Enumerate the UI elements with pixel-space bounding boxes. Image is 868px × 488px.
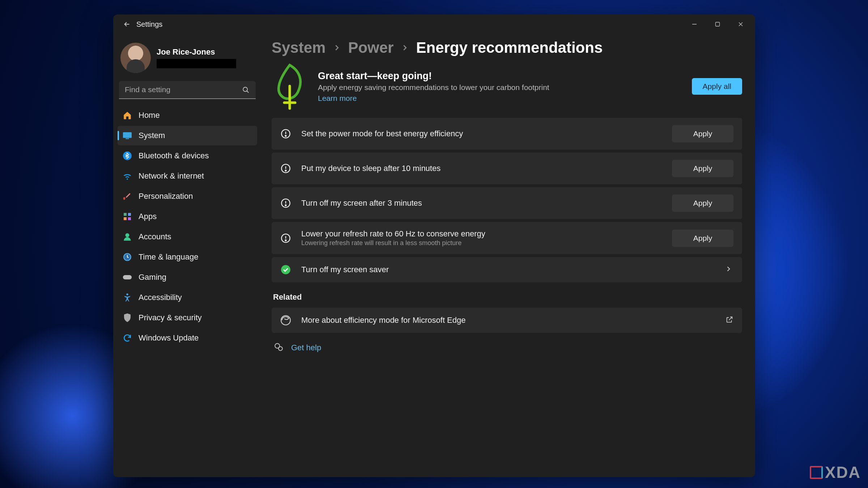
learn-more-link[interactable]: Learn more [318,94,357,102]
close-button[interactable] [729,16,752,33]
xda-watermark: XDA [810,463,861,481]
get-help-link[interactable]: Get help [291,343,321,352]
avatar [120,43,151,73]
minimize-button[interactable] [683,16,706,33]
breadcrumb-system[interactable]: System [272,39,326,56]
breadcrumb-power[interactable]: Power [348,39,393,56]
sidebar-item-label: Gaming [139,273,166,282]
recommendation-card: Turn off my screen after 3 minutesApply [272,187,742,219]
hero-subtitle: Apply energy saving recommendations to l… [318,83,682,92]
recommendation-card[interactable]: Turn off my screen saver [272,257,742,282]
system-icon [123,131,132,140]
help-icon [274,342,283,353]
sidebar-item-label: Apps [139,212,157,221]
sidebar-item-label: Bluetooth & devices [139,151,209,160]
wifi-icon [123,171,132,181]
external-link-icon [726,316,733,325]
sidebar-item-apps[interactable]: Apps [118,207,257,226]
hero: Great start—keep going! Apply energy sav… [272,63,742,110]
sidebar-item-wifi[interactable]: Network & internet [118,166,257,186]
account-icon [123,232,132,241]
sidebar: Joe Rice-Jones HomeSystemBluetooth & dev… [113,34,261,477]
maximize-button[interactable] [706,16,729,33]
sidebar-item-gaming[interactable]: Gaming [118,267,257,287]
content: System Power Energy recommendations Grea… [261,34,755,477]
svg-rect-1 [716,22,720,26]
alert-circle-icon [280,233,291,244]
breadcrumb-current: Energy recommendations [416,39,603,56]
recommendation-title: Put my device to sleep after 10 minutes [301,164,662,173]
window-controls [683,16,752,33]
sidebar-item-home[interactable]: Home [118,106,257,125]
related-list: More about efficiency mode for Microsoft… [272,308,742,333]
apply-button[interactable]: Apply [672,160,733,177]
sidebar-item-label: Privacy & security [139,313,202,322]
leaf-icon [272,63,308,110]
recommendation-card: Put my device to sleep after 10 minutesA… [272,153,742,184]
related-title: More about efficiency mode for Microsoft… [301,316,715,325]
profile-block[interactable]: Joe Rice-Jones [118,40,257,81]
svg-point-31 [281,265,290,274]
related-heading: Related [273,292,742,302]
get-help-row[interactable]: Get help [274,342,742,353]
search-input[interactable] [119,81,256,99]
recommendation-title: Turn off my screen saver [301,265,715,274]
home-icon [123,111,132,120]
recommendation-title: Turn off my screen after 3 minutes [301,198,662,208]
shield-icon [123,313,132,322]
apply-all-button[interactable]: Apply all [692,78,742,95]
related-card[interactable]: More about efficiency mode for Microsoft… [272,308,742,333]
update-icon [123,333,132,343]
sidebar-item-account[interactable]: Accounts [118,227,257,247]
svg-point-34 [278,347,282,351]
svg-point-27 [285,205,286,206]
svg-point-24 [285,170,286,171]
minimize-icon [692,21,697,27]
sidebar-item-label: Network & internet [139,171,204,181]
svg-rect-11 [124,217,127,220]
titlebar: Settings [113,14,755,34]
maximize-icon [715,22,720,27]
xda-logo-icon [810,466,823,479]
apply-button[interactable]: Apply [672,230,733,247]
accessibility-icon [123,293,132,302]
apply-button[interactable]: Apply [672,194,733,212]
sidebar-item-label: Personalization [139,192,193,201]
chevron-right-icon [333,44,341,52]
sidebar-item-shield[interactable]: Privacy & security [118,308,257,328]
brush-icon [123,192,132,201]
apply-button[interactable]: Apply [672,125,733,142]
check-circle-icon [280,264,291,275]
clock-icon [123,252,132,262]
svg-rect-10 [128,213,131,216]
sidebar-item-brush[interactable]: Personalization [118,187,257,206]
svg-line-5 [247,91,249,93]
arrow-left-icon [123,20,131,28]
recommendation-card: Set the power mode for best energy effic… [272,118,742,150]
svg-rect-6 [123,132,132,138]
chevron-right-icon [725,265,733,274]
sidebar-item-bluetooth[interactable]: Bluetooth & devices [118,146,257,166]
sidebar-item-update[interactable]: Windows Update [118,328,257,348]
recommendation-card: Lower your refresh rate to 60 Hz to cons… [272,222,742,254]
search-icon [242,86,250,95]
sidebar-item-label: System [139,131,165,140]
profile-name: Joe Rice-Jones [157,47,236,57]
back-button[interactable] [120,17,134,31]
alert-circle-icon [280,163,291,174]
recommendation-list: Set the power mode for best energy effic… [272,118,742,282]
recommendation-title: Lower your refresh rate to 60 Hz to cons… [301,229,662,239]
sidebar-item-clock[interactable]: Time & language [118,247,257,267]
sidebar-item-label: Windows Update [139,333,199,343]
sidebar-item-system[interactable]: System [118,126,257,145]
recommendation-subtitle: Lowering refresh rate will result in a l… [301,239,662,247]
sidebar-item-accessibility[interactable]: Accessibility [118,288,257,307]
svg-rect-9 [124,213,127,216]
recommendation-title: Set the power mode for best energy effic… [301,129,662,138]
sidebar-item-label: Accessibility [139,293,182,302]
gaming-icon [123,273,132,282]
search-wrap [119,81,256,99]
bluetooth-icon [123,151,132,160]
nav: HomeSystemBluetooth & devicesNetwork & i… [118,106,257,348]
svg-rect-12 [128,217,131,220]
